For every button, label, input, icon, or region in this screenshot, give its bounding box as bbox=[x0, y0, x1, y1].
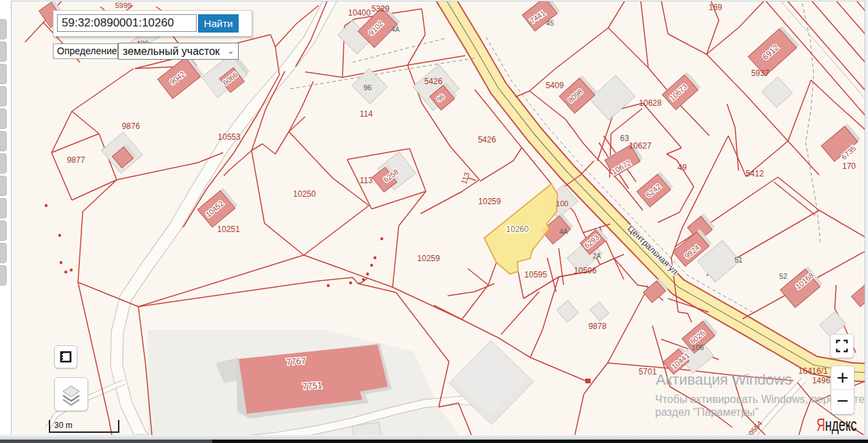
svg-text:10250: 10250 bbox=[293, 189, 316, 199]
svg-text:10260: 10260 bbox=[506, 225, 529, 234]
svg-text:2A: 2A bbox=[593, 252, 601, 260]
svg-text:10259: 10259 bbox=[417, 254, 440, 263]
svg-text:9876: 9876 bbox=[122, 121, 140, 131]
svg-text:5426: 5426 bbox=[425, 77, 443, 86]
svg-text:169: 169 bbox=[709, 3, 722, 12]
svg-text:5412: 5412 bbox=[746, 169, 764, 178]
svg-text:5426: 5426 bbox=[478, 135, 496, 145]
svg-text:51: 51 bbox=[734, 256, 743, 264]
svg-text:100: 100 bbox=[556, 199, 568, 208]
svg-text:96: 96 bbox=[363, 83, 372, 92]
svg-text:10595: 10595 bbox=[524, 270, 547, 280]
svg-text:63: 63 bbox=[620, 134, 629, 143]
svg-text:7751: 7751 bbox=[302, 380, 323, 391]
svg-text:5329: 5329 bbox=[372, 4, 390, 14]
svg-text:5937: 5937 bbox=[751, 69, 770, 78]
svg-text:10251: 10251 bbox=[217, 225, 240, 234]
svg-text:45: 45 bbox=[546, 19, 554, 27]
svg-text:Активация Windows: Активация Windows bbox=[656, 371, 792, 388]
svg-text:4A: 4A bbox=[391, 26, 400, 33]
svg-text:7767: 7767 bbox=[286, 355, 307, 367]
svg-text:52: 52 bbox=[779, 272, 787, 280]
svg-text:5409: 5409 bbox=[546, 81, 564, 90]
svg-text:10400: 10400 bbox=[348, 8, 371, 18]
svg-text:114: 114 bbox=[359, 109, 372, 119]
svg-text:10596: 10596 bbox=[574, 266, 597, 275]
svg-text:раздел "Параметры": раздел "Параметры" bbox=[655, 406, 759, 418]
svg-text:1496: 1496 bbox=[812, 376, 831, 385]
svg-text:5999: 5999 bbox=[115, 1, 132, 9]
svg-text:4A: 4A bbox=[559, 228, 568, 235]
svg-text:113: 113 bbox=[359, 176, 372, 185]
svg-text:10627: 10627 bbox=[629, 141, 652, 151]
svg-text:10628: 10628 bbox=[639, 98, 662, 108]
svg-text:10259: 10259 bbox=[478, 197, 501, 206]
svg-text:16416/1: 16416/1 bbox=[798, 366, 828, 376]
svg-text:49: 49 bbox=[677, 163, 687, 172]
svg-text:170: 170 bbox=[842, 161, 856, 171]
svg-text:5701: 5701 bbox=[639, 367, 657, 377]
svg-text:10553: 10553 bbox=[218, 132, 241, 142]
svg-text:9878: 9878 bbox=[589, 322, 607, 331]
svg-text:9877: 9877 bbox=[67, 155, 85, 165]
